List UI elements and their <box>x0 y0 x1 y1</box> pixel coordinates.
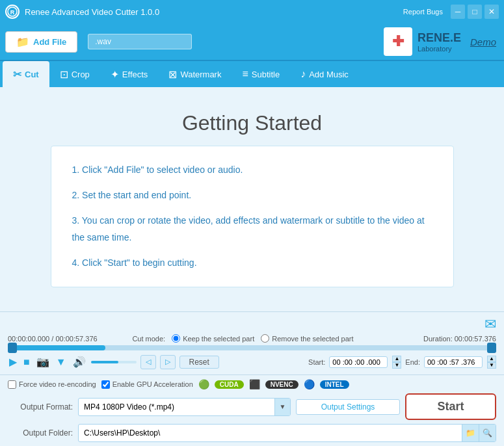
report-bugs-link[interactable]: Report Bugs <box>403 8 443 16</box>
folder-label: Output Folder: <box>8 428 73 438</box>
gpu-acceleration-label: Enable GPU Acceleration <box>113 380 193 388</box>
maximize-button[interactable]: □ <box>468 5 482 19</box>
player-area: ✉ 00:00:00.000 / 00:00:57.376 Cut mode: … <box>0 311 504 374</box>
tab-watermark-label: Watermark <box>180 70 221 79</box>
gpu-acceleration-input[interactable] <box>101 380 110 389</box>
tab-crop-label: Crop <box>72 70 90 79</box>
end-spin-down[interactable]: ▼ <box>487 362 496 369</box>
folder-input-wrapper[interactable]: 📁 🔍 <box>78 424 496 442</box>
mute-button[interactable]: 🔊 <box>72 354 87 369</box>
time-inputs: Start: ▲ ▼ End: ▲ ▼ <box>308 356 496 369</box>
keep-radio-input[interactable] <box>172 334 180 343</box>
timeline-container[interactable] <box>8 345 496 350</box>
add-file-button[interactable]: 📁 Add File <box>5 31 77 53</box>
tab-cut[interactable]: ✂ Cut <box>3 61 49 87</box>
format-dropdown-button[interactable]: ▼ <box>274 399 290 415</box>
stop-button[interactable]: ■ <box>22 355 31 369</box>
branding-bar: 📁 Add File .wav ✚ RENE.E Laboratory Demo <box>0 23 504 61</box>
timeline-progress <box>8 345 105 350</box>
start-spin-up[interactable]: ▲ <box>392 356 401 362</box>
getting-started-title: Getting Started <box>182 111 322 135</box>
crop-icon: ⊡ <box>60 68 68 81</box>
cut-mode-label: Cut mode: <box>132 335 165 343</box>
gpu-acceleration-checkbox[interactable]: Enable GPU Acceleration <box>101 380 193 389</box>
nvenc-logo: ⬛ <box>249 379 260 389</box>
remove-selected-label: Remove the selected part <box>272 335 353 343</box>
getting-started-box: 1. Click "Add File" to select video or a… <box>51 146 454 287</box>
format-select-wrapper[interactable]: MP4 1080P Video (*.mp4) ▼ <box>78 398 291 416</box>
tab-cut-label: Cut <box>25 70 39 79</box>
tab-watermark[interactable]: ⊠ Watermark <box>158 61 232 87</box>
force-reencoding-label: Force video re-encoding <box>19 380 96 388</box>
email-icon-row: ✉ <box>8 316 496 333</box>
screenshot-button[interactable]: 📷 <box>35 354 51 369</box>
end-spin-up[interactable]: ▲ <box>487 356 496 362</box>
logo-laboratory: Laboratory <box>418 45 452 53</box>
step-1: 1. Click "Add File" to select video or a… <box>72 162 432 178</box>
duration-display: Duration: 00:00:57.376 <box>423 335 496 343</box>
start-time-input[interactable] <box>329 356 388 368</box>
volume-fill <box>91 361 118 363</box>
tab-addmusic-label: Add Music <box>309 70 349 79</box>
timeline-handle-right[interactable] <box>487 343 496 353</box>
tab-effects[interactable]: ✦ Effects <box>100 61 159 87</box>
output-settings-button[interactable]: Output Settings <box>296 399 400 415</box>
logo-text-group: RENE.E Laboratory <box>418 31 461 53</box>
tab-subtitle-label: Subtitle <box>252 70 280 79</box>
start-spinner: ▲ ▼ <box>392 356 401 369</box>
next-frame-button[interactable]: ▷ <box>160 355 176 369</box>
app-title: Renee Advanced Video Cutter 1.0.0 <box>25 7 159 17</box>
prev-frame-button[interactable]: ◁ <box>140 355 156 369</box>
force-reencoding-input[interactable] <box>8 380 16 389</box>
end-time-input[interactable] <box>424 356 483 368</box>
start-button[interactable]: Start <box>405 393 496 420</box>
cuda-logo: 🟢 <box>198 379 209 389</box>
gpu-row: Force video re-encoding Enable GPU Accel… <box>8 379 496 389</box>
content-area: Getting Started 1. Click "Add File" to s… <box>0 87 504 311</box>
time-display: 00:00:00.000 / 00:00:57.376 <box>8 335 98 343</box>
dropdown-button[interactable]: ▼ <box>55 355 68 369</box>
force-reencoding-checkbox[interactable]: Force video re-encoding <box>8 380 96 389</box>
cuda-badge: CUDA <box>215 380 244 389</box>
close-button[interactable]: ✕ <box>484 5 499 19</box>
intel-badge: INTEL <box>320 380 349 389</box>
remove-selected-radio[interactable]: Remove the selected part <box>261 334 353 343</box>
app-icon: R <box>5 5 20 19</box>
tab-crop[interactable]: ⊡ Crop <box>49 61 100 87</box>
watermark-icon: ⊠ <box>168 68 177 81</box>
play-button[interactable]: ▶ <box>8 354 18 369</box>
folder-browse-button[interactable]: 📁 <box>462 425 479 441</box>
tab-effects-label: Effects <box>122 70 148 79</box>
end-spinner: ▲ ▼ <box>487 356 496 369</box>
bottom-controls: Force video re-encoding Enable GPU Accel… <box>0 374 504 446</box>
demo-badge[interactable]: Demo <box>470 36 496 47</box>
minimize-button[interactable]: ─ <box>451 5 465 19</box>
add-file-label: Add File <box>33 37 66 47</box>
volume-slider[interactable] <box>91 361 137 363</box>
folder-path-input[interactable] <box>79 426 462 440</box>
start-spin-down[interactable]: ▼ <box>392 362 401 369</box>
main-wrapper: Getting Started 1. Click "Add File" to s… <box>0 87 504 446</box>
nav-tabs: ✂ Cut ⊡ Crop ✦ Effects ⊠ Watermark ≡ Sub… <box>0 61 504 87</box>
reset-button[interactable]: Reset <box>179 356 219 369</box>
tab-subtitle[interactable]: ≡ Subtitle <box>232 61 290 87</box>
file-display: .wav <box>88 34 192 49</box>
remove-radio-input[interactable] <box>261 334 269 343</box>
logo-cross-icon: ✚ <box>392 34 404 49</box>
addmusic-icon: ♪ <box>300 68 306 80</box>
keep-selected-radio[interactable]: Keep the selected part <box>172 334 254 343</box>
subtitle-icon: ≡ <box>242 68 248 80</box>
title-bar-left: R Renee Advanced Video Cutter 1.0.0 <box>5 5 159 19</box>
tab-addmusic[interactable]: ♪ Add Music <box>290 61 359 87</box>
time-info-row: 00:00:00.000 / 00:00:57.376 Cut mode: Ke… <box>8 334 496 343</box>
nvenc-badge: NVENC <box>265 380 298 389</box>
svg-text:R: R <box>10 9 15 16</box>
intel-logo: 🔵 <box>304 379 315 389</box>
keep-selected-label: Keep the selected part <box>183 335 254 343</box>
timeline-handle-left[interactable] <box>8 343 17 353</box>
player-controls: ▶ ■ 📷 ▼ 🔊 ◁ ▷ Reset Start: ▲ ▼ <box>8 354 496 369</box>
step-3: 3. You can crop or rotate the video, add… <box>72 213 432 245</box>
folder-search-button[interactable]: 🔍 <box>479 425 496 441</box>
end-label: End: <box>405 358 420 366</box>
timeline-bar[interactable] <box>8 345 496 350</box>
